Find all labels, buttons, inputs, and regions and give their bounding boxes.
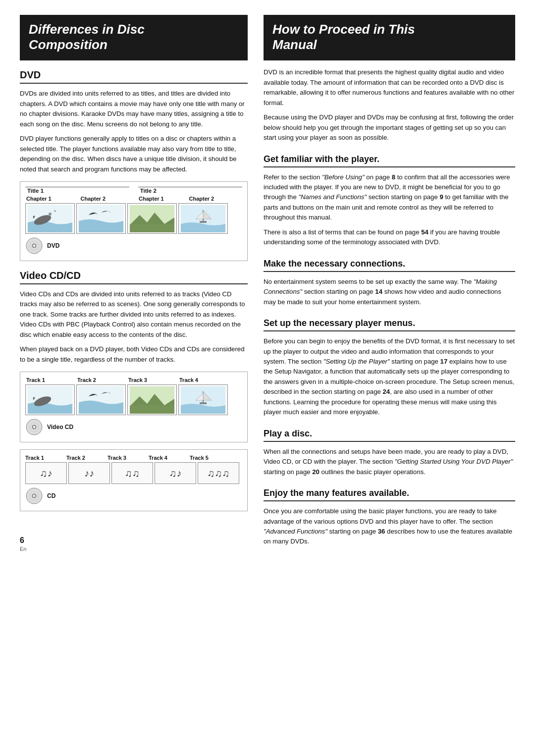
cd-disc-row: CD: [25, 487, 242, 505]
dvd-title2-label: Title 2: [138, 187, 242, 194]
dvd-chapter1a: Chapter 1: [25, 196, 80, 202]
dvd-frame-3: [127, 203, 177, 234]
vcd-track3-label: Track 3: [127, 377, 177, 383]
cd-frame-4: ♫♪: [155, 462, 196, 484]
videocd-para-1: Video CDs and CDs are divided into units…: [20, 289, 248, 340]
cd-frame-2: ♪♪: [68, 462, 110, 484]
svg-rect-6: [130, 224, 174, 232]
dvd-disc-row: DVD: [25, 237, 242, 255]
cd-diagram: Track 1 Track 2 Track 3 Track 4 Track 5 …: [20, 449, 248, 511]
dvd-disc-label: DVD: [47, 242, 59, 249]
videocd-frames: [25, 384, 242, 415]
right-subheading-4: Enjoy the many features available.: [264, 488, 515, 501]
right-section-4-para: Once you are comfortable using the basic…: [264, 506, 515, 547]
right-section-1-para: No entertainment system seems to be set …: [264, 277, 515, 307]
dvd-chapter2b: Chapter 2: [188, 196, 243, 202]
dvd-frame-1: [25, 203, 75, 234]
videocd-disc-icon: [25, 418, 43, 436]
svg-point-12: [33, 245, 35, 247]
svg-point-2: [49, 213, 52, 216]
right-section-0-para: There is also a list of terms that can b…: [264, 227, 515, 248]
cd-frame-3: ♫♫: [111, 462, 153, 484]
right-section-2-para: Before you can begin to enjoy the benefi…: [264, 336, 515, 418]
right-section-3-para: When all the connections and setups have…: [264, 447, 515, 477]
right-intro-p2: Because using the DVD player and DVDs ma…: [264, 112, 515, 143]
left-column: Differences in Disc Composition DVD DVDs…: [20, 15, 248, 552]
dvd-frame-4: [178, 203, 228, 234]
videocd-para-2: When played back on a DVD player, both V…: [20, 344, 248, 365]
vcd-frame-4: [178, 384, 228, 415]
dvd-chapter1b: Chapter 1: [134, 196, 188, 202]
svg-point-3: [54, 210, 56, 212]
svg-point-28: [33, 495, 35, 497]
dvd-frame-2: [76, 203, 126, 234]
dvd-title1-label: Title 1: [25, 187, 129, 194]
cd-track1-label: Track 1: [25, 455, 65, 461]
left-title: Differences in Disc Composition: [29, 22, 239, 53]
vcd-frame-2: [76, 384, 126, 415]
dvd-diagram: Title 1 Title 2 Chapter 1 Chapter 2 Chap…: [20, 181, 248, 261]
dvd-chapter2a: Chapter 2: [80, 196, 134, 202]
dvd-heading: DVD: [20, 69, 248, 84]
right-subheading-0: Get familiar with the player.: [264, 154, 515, 167]
page-en: En: [20, 545, 248, 552]
right-section-header: How to Proceed in This Manual: [264, 15, 515, 60]
left-section-header: Differences in Disc Composition: [20, 15, 248, 60]
svg-rect-20: [200, 402, 207, 404]
dvd-frames: [25, 203, 242, 234]
right-column: How to Proceed in This Manual DVD is an …: [264, 15, 515, 551]
cd-frames: ♫♪ ♪♪ ♫♫ ♫♪ ♫♫♫: [25, 462, 242, 484]
page-number: 6: [20, 536, 24, 545]
cd-frame-1: ♫♪: [25, 462, 67, 484]
cd-disc-icon: [25, 487, 43, 505]
cd-track5-label: Track 5: [190, 455, 229, 461]
cd-track4-label: Track 4: [149, 455, 188, 461]
vcd-frame-1: [25, 384, 75, 415]
right-intro-p1: DVD is an incredible format that present…: [264, 67, 515, 108]
dvd-disc-icon: [25, 237, 43, 255]
right-title: How to Proceed in This Manual: [272, 22, 506, 53]
vcd-track4-label: Track 4: [178, 377, 228, 383]
svg-rect-18: [130, 405, 174, 414]
cd-frame-5: ♫♫♫: [198, 462, 239, 484]
dvd-para-1: DVDs are divided into units referred to …: [20, 89, 248, 129]
videocd-disc-label: Video CD: [47, 424, 73, 431]
vcd-track1-label: Track 1: [25, 377, 75, 383]
right-subheading-3: Play a disc.: [264, 429, 515, 442]
svg-rect-8: [200, 221, 207, 223]
videocd-diagram: Track 1 Track 2 Track 3 Track 4: [20, 372, 248, 442]
cd-track2-label: Track 2: [66, 455, 106, 461]
svg-point-24: [33, 426, 35, 428]
videocd-heading: Video CD/CD: [20, 270, 248, 284]
right-sections: Get familiar with the player.Refer to th…: [264, 154, 515, 547]
right-subheading-2: Set up the necessary player menus.: [264, 318, 515, 331]
page-number-area: 6: [20, 526, 248, 545]
right-subheading-1: Make the necessary connections.: [264, 259, 515, 272]
cd-disc-label: CD: [47, 492, 55, 499]
vcd-frame-3: [127, 384, 177, 415]
right-section-0-para: Refer to the section "Before Using" on p…: [264, 172, 515, 223]
cd-track3-label: Track 3: [107, 455, 147, 461]
vcd-track2-label: Track 2: [76, 377, 126, 383]
dvd-para-2: DVD player functions generally apply to …: [20, 134, 248, 174]
videocd-disc-row: Video CD: [25, 418, 242, 436]
